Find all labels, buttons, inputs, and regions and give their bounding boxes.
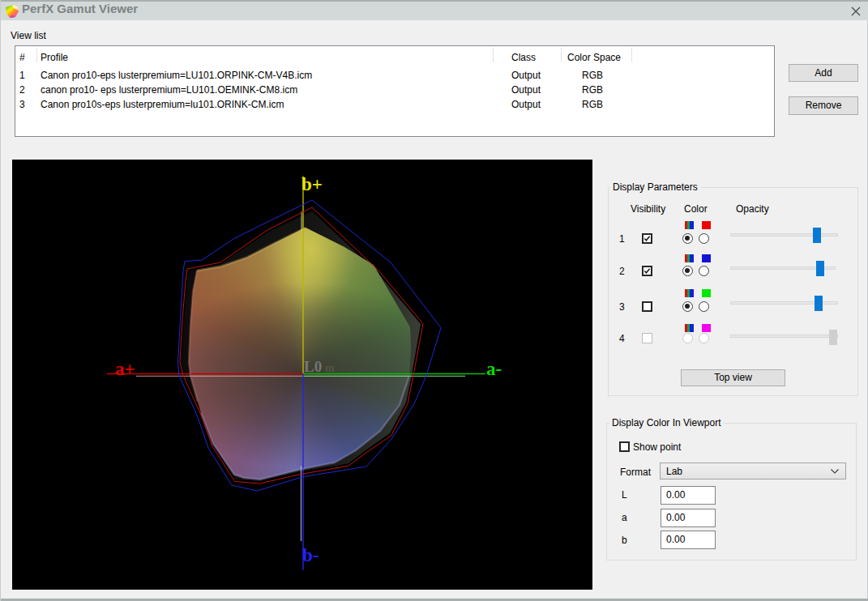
svg-text:L0: L0 <box>304 358 322 375</box>
svg-text:a+: a+ <box>115 359 135 379</box>
svg-text:b+: b+ <box>301 174 323 194</box>
svg-text:b-: b- <box>302 545 319 565</box>
svg-text:m: m <box>325 362 335 374</box>
svg-text:a-: a- <box>486 359 502 379</box>
